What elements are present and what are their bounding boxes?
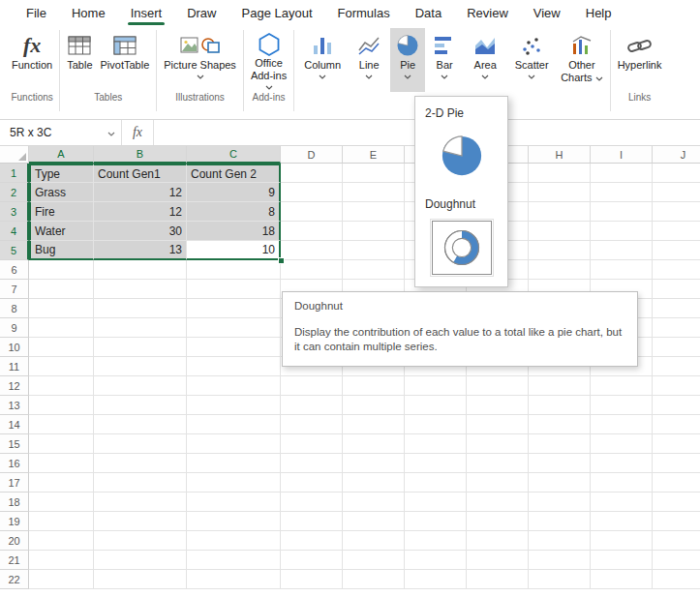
row-header-4[interactable]: 4 bbox=[0, 222, 29, 241]
tab-data[interactable]: Data bbox=[403, 1, 454, 25]
cell-A7[interactable] bbox=[29, 280, 94, 299]
cell-D2[interactable] bbox=[281, 183, 343, 202]
cell-A20[interactable] bbox=[29, 531, 94, 551]
cell-E14[interactable] bbox=[343, 415, 405, 434]
cell-C14[interactable] bbox=[187, 415, 281, 434]
cell-C1[interactable]: Count Gen 2 bbox=[187, 164, 281, 183]
cell-J2[interactable] bbox=[653, 183, 700, 202]
cell-J22[interactable] bbox=[653, 570, 700, 589]
row-header-8[interactable]: 8 bbox=[0, 299, 29, 318]
cell-E4[interactable] bbox=[343, 222, 405, 241]
row-header-19[interactable]: 19 bbox=[0, 512, 29, 531]
cell-G15[interactable] bbox=[467, 434, 529, 454]
scatter-chart-button[interactable]: Scatter bbox=[506, 28, 557, 92]
cell-J18[interactable] bbox=[653, 493, 700, 512]
cell-B19[interactable] bbox=[94, 512, 187, 531]
cell-E18[interactable] bbox=[343, 493, 405, 512]
tab-review[interactable]: Review bbox=[454, 1, 521, 25]
cell-E17[interactable] bbox=[343, 473, 405, 493]
cell-F13[interactable] bbox=[405, 396, 467, 415]
cell-I15[interactable] bbox=[591, 434, 653, 454]
cell-I14[interactable] bbox=[591, 415, 653, 434]
cell-A13[interactable] bbox=[29, 396, 94, 415]
column-header-C[interactable]: C bbox=[187, 146, 281, 164]
cell-G19[interactable] bbox=[467, 512, 529, 531]
cell-J20[interactable] bbox=[653, 531, 700, 551]
cell-A9[interactable] bbox=[29, 318, 94, 338]
name-box[interactable]: 5R x 3C bbox=[0, 120, 122, 145]
cell-C22[interactable] bbox=[187, 570, 281, 589]
cell-D14[interactable] bbox=[281, 415, 343, 434]
table-button[interactable]: Table bbox=[63, 28, 96, 92]
cell-B1[interactable]: Count Gen1 bbox=[94, 164, 187, 183]
cell-D17[interactable] bbox=[281, 473, 343, 493]
cell-H3[interactable] bbox=[529, 202, 591, 222]
doughnut-option[interactable] bbox=[432, 221, 492, 275]
cell-C6[interactable] bbox=[187, 260, 281, 280]
cell-B8[interactable] bbox=[94, 299, 187, 318]
cell-C12[interactable] bbox=[187, 376, 281, 396]
function-button[interactable]: fx Function bbox=[8, 28, 56, 92]
pivottable-button[interactable]: PivotTable bbox=[97, 28, 154, 92]
cell-C16[interactable] bbox=[187, 454, 281, 473]
picture-shapes-button[interactable]: Picture Shapes bbox=[160, 28, 240, 92]
office-addins-button[interactable]: Office Add-ins bbox=[247, 28, 290, 92]
cell-C10[interactable] bbox=[187, 338, 281, 357]
cell-A3[interactable]: Fire bbox=[29, 202, 94, 222]
row-header-18[interactable]: 18 bbox=[0, 493, 29, 512]
cell-H5[interactable] bbox=[529, 241, 591, 260]
cell-B7[interactable] bbox=[94, 280, 187, 299]
cell-J14[interactable] bbox=[653, 415, 700, 434]
tab-home[interactable]: Home bbox=[59, 1, 118, 25]
cell-B21[interactable] bbox=[94, 551, 187, 570]
row-header-2[interactable]: 2 bbox=[0, 183, 29, 202]
row-header-9[interactable]: 9 bbox=[0, 318, 29, 338]
row-header-7[interactable]: 7 bbox=[0, 280, 29, 299]
cell-B18[interactable] bbox=[94, 493, 187, 512]
cell-I22[interactable] bbox=[591, 570, 653, 589]
cell-J6[interactable] bbox=[653, 260, 700, 280]
cell-E2[interactable] bbox=[343, 183, 405, 202]
cell-B16[interactable] bbox=[94, 454, 187, 473]
cell-C2[interactable]: 9 bbox=[187, 183, 281, 202]
cell-J13[interactable] bbox=[653, 396, 700, 415]
row-header-3[interactable]: 3 bbox=[0, 202, 29, 222]
cell-C3[interactable]: 8 bbox=[187, 202, 281, 222]
cell-F12[interactable] bbox=[405, 376, 467, 396]
column-header-J[interactable]: J bbox=[653, 146, 700, 164]
tab-file[interactable]: File bbox=[14, 1, 59, 25]
cell-H16[interactable] bbox=[529, 454, 591, 473]
row-header-5[interactable]: 5 bbox=[0, 241, 29, 260]
cell-A12[interactable] bbox=[29, 376, 94, 396]
cell-J1[interactable] bbox=[653, 164, 700, 183]
cell-C9[interactable] bbox=[187, 318, 281, 338]
cell-C8[interactable] bbox=[187, 299, 281, 318]
cell-G13[interactable] bbox=[467, 396, 529, 415]
cell-B4[interactable]: 30 bbox=[94, 222, 187, 241]
cell-B12[interactable] bbox=[94, 376, 187, 396]
cell-H12[interactable] bbox=[529, 376, 591, 396]
row-header-12[interactable]: 12 bbox=[0, 376, 29, 396]
cell-G14[interactable] bbox=[467, 415, 529, 434]
cell-E6[interactable] bbox=[343, 260, 405, 280]
tab-insert[interactable]: Insert bbox=[118, 1, 175, 25]
cell-I3[interactable] bbox=[591, 202, 653, 222]
cell-J8[interactable] bbox=[653, 299, 700, 318]
cell-B3[interactable]: 12 bbox=[94, 202, 187, 222]
cell-H13[interactable] bbox=[529, 396, 591, 415]
cell-G21[interactable] bbox=[467, 551, 529, 570]
cell-I20[interactable] bbox=[591, 531, 653, 551]
row-header-1[interactable]: 1 bbox=[0, 164, 29, 183]
cell-A8[interactable] bbox=[29, 299, 94, 318]
cell-B2[interactable]: 12 bbox=[94, 183, 187, 202]
other-charts-button[interactable]: Other Charts bbox=[557, 28, 606, 92]
cell-D20[interactable] bbox=[281, 531, 343, 551]
column-chart-button[interactable]: Column bbox=[297, 28, 348, 92]
tab-help[interactable]: Help bbox=[573, 1, 624, 25]
row-header-21[interactable]: 21 bbox=[0, 551, 29, 570]
row-header-13[interactable]: 13 bbox=[0, 396, 29, 415]
cell-B6[interactable] bbox=[94, 260, 187, 280]
select-all-corner[interactable] bbox=[0, 146, 29, 164]
row-header-17[interactable]: 17 bbox=[0, 473, 29, 493]
cell-I17[interactable] bbox=[591, 473, 653, 493]
